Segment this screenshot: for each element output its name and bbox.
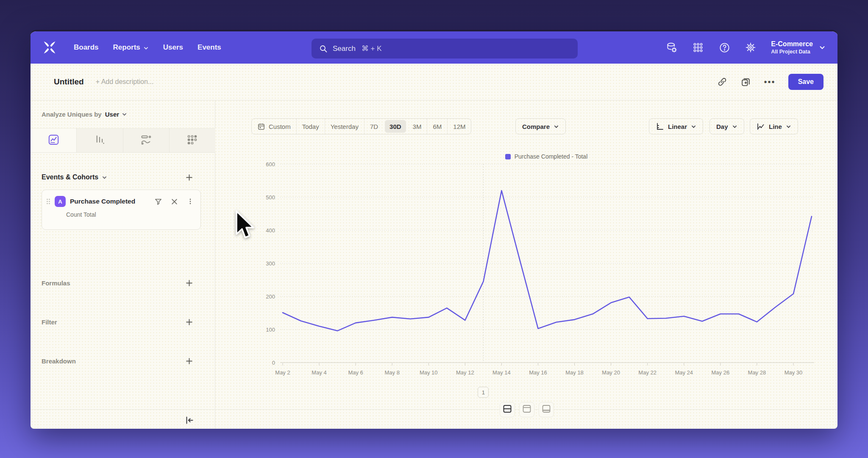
- calendar-icon: [257, 123, 265, 131]
- range-today[interactable]: Today: [296, 119, 325, 134]
- layout-panel-top-button[interactable]: [519, 402, 534, 417]
- data-management-icon[interactable]: [666, 42, 678, 53]
- flows-icon: [140, 134, 152, 147]
- event-card[interactable]: A Purchase Completed Count Total: [42, 190, 201, 230]
- svg-text:600: 600: [266, 161, 275, 168]
- svg-text:200: 200: [266, 293, 275, 300]
- svg-text:May 2: May 2: [275, 369, 290, 376]
- funnel-bars-icon: [94, 134, 106, 147]
- interval-dropdown[interactable]: Day: [709, 118, 744, 134]
- svg-text:100: 100: [266, 327, 275, 333]
- range-3m[interactable]: 3M: [407, 119, 427, 134]
- svg-text:May 12: May 12: [456, 369, 474, 376]
- svg-text:500: 500: [266, 194, 275, 201]
- annotation-badge[interactable]: 1: [478, 387, 489, 398]
- query-sidebar: Analyze Uniques by User Events & Cohorts: [31, 101, 215, 429]
- nav-item-events[interactable]: Events: [198, 43, 221, 52]
- svg-text:May 14: May 14: [492, 369, 511, 376]
- add-description-field[interactable]: + Add description...: [96, 78, 154, 86]
- svg-text:400: 400: [266, 227, 275, 234]
- tab-flows[interactable]: [123, 128, 169, 152]
- add-formulas-button[interactable]: [184, 278, 194, 288]
- app-window: BoardsReportsUsersEvents Search ⌘ + K: [31, 30, 837, 429]
- layout-panel-bottom-button[interactable]: [539, 402, 554, 417]
- event-name[interactable]: Purchase Completed: [70, 198, 135, 205]
- event-order-badge: A: [55, 196, 66, 207]
- events-cohorts-header: Events & Cohorts: [42, 173, 194, 182]
- line-chart[interactable]: 0100200300400500600May 2May 4May 6May 8M…: [251, 159, 832, 396]
- layout-switcher: [216, 402, 837, 417]
- insights-line-chart-icon: [48, 134, 59, 147]
- tab-retention-grid[interactable]: [169, 128, 215, 152]
- project-scope: All Project Data: [771, 49, 813, 55]
- range-yesterday[interactable]: Yesterday: [325, 119, 364, 134]
- nav-item-users[interactable]: Users: [163, 43, 183, 52]
- events-cohorts-toggle[interactable]: Events & Cohorts: [42, 173, 107, 181]
- tab-insights-line-chart[interactable]: [31, 128, 76, 152]
- chevron-down-icon: [554, 124, 559, 129]
- chevron-down-icon: [819, 44, 826, 51]
- nav-item-boards[interactable]: Boards: [74, 43, 99, 52]
- filter-funnel-icon[interactable]: [154, 197, 162, 206]
- collapse-sidebar-icon[interactable]: [184, 415, 195, 426]
- range-6m[interactable]: 6M: [427, 119, 447, 134]
- mixpanel-logo-icon[interactable]: [42, 40, 57, 55]
- apps-grid-icon[interactable]: [692, 42, 704, 53]
- nav-menu: BoardsReportsUsersEvents: [74, 43, 221, 52]
- event-measure[interactable]: Count Total: [66, 211, 195, 218]
- tab-funnel-bars[interactable]: [76, 128, 122, 152]
- range-30d[interactable]: 30D: [385, 120, 406, 133]
- event-kebab-menu-icon[interactable]: [186, 197, 195, 206]
- search-shortcut: ⌘ + K: [362, 44, 382, 53]
- retention-grid-icon: [186, 134, 198, 147]
- nav-right: E-Commerce All Project Data: [666, 31, 826, 64]
- remove-event-icon[interactable]: [170, 197, 178, 206]
- svg-text:May 16: May 16: [529, 369, 547, 376]
- search-input[interactable]: Search ⌘ + K: [312, 39, 578, 59]
- more-options-button[interactable]: •••: [764, 80, 776, 84]
- chart-type-dropdown[interactable]: Line: [750, 118, 798, 134]
- svg-text:May 6: May 6: [348, 369, 363, 376]
- split-horizontal-icon: [502, 404, 512, 416]
- chevron-down-icon: [691, 124, 696, 129]
- add-filter-button[interactable]: [184, 317, 194, 327]
- y-scale-dropdown[interactable]: Linear: [649, 118, 703, 134]
- copy-link-icon[interactable]: [717, 76, 728, 87]
- analyze-row: Analyze Uniques by User: [42, 111, 127, 118]
- svg-text:300: 300: [266, 260, 275, 267]
- add-event-button[interactable]: [184, 173, 194, 182]
- section-filter: Filter: [42, 312, 194, 332]
- chevron-down-icon: [102, 175, 107, 180]
- line-chart-icon: [757, 122, 765, 131]
- chevron-down-icon: [732, 124, 737, 129]
- project-switcher[interactable]: E-Commerce All Project Data: [771, 40, 826, 55]
- range-custom[interactable]: Custom: [252, 119, 296, 134]
- svg-text:May 4: May 4: [312, 369, 326, 376]
- svg-text:May 20: May 20: [602, 369, 620, 376]
- svg-text:0: 0: [272, 360, 275, 366]
- nav-item-reports[interactable]: Reports: [113, 43, 149, 52]
- range-12m[interactable]: 12M: [447, 119, 471, 134]
- compare-dropdown[interactable]: Compare: [515, 118, 566, 134]
- layout-split-horizontal-button[interactable]: [500, 402, 515, 417]
- settings-gear-icon[interactable]: [745, 42, 757, 53]
- add-breakdown-button[interactable]: [184, 356, 194, 366]
- svg-text:May 10: May 10: [420, 369, 438, 376]
- chevron-down-icon: [143, 45, 149, 51]
- save-button[interactable]: Save: [788, 74, 823, 90]
- search-icon: [319, 45, 328, 53]
- range-7d[interactable]: 7D: [364, 119, 384, 134]
- duplicate-icon[interactable]: [740, 76, 751, 87]
- svg-text:May 22: May 22: [638, 369, 657, 376]
- sidebar-footer: [31, 409, 215, 429]
- panel-top-icon: [522, 404, 532, 416]
- drag-handle-icon[interactable]: [46, 198, 50, 205]
- section-formulas: Formulas: [42, 273, 194, 293]
- chart-toolbar: CustomTodayYesterday7D30D3M6M12M Compare…: [216, 118, 837, 135]
- help-icon[interactable]: [718, 42, 730, 53]
- svg-text:May 8: May 8: [385, 369, 400, 376]
- analyze-entity-dropdown[interactable]: User: [105, 111, 127, 118]
- report-title[interactable]: Untitled: [54, 77, 84, 87]
- analyze-label: Analyze Uniques by: [42, 111, 102, 118]
- report-type-tabs: [31, 128, 215, 153]
